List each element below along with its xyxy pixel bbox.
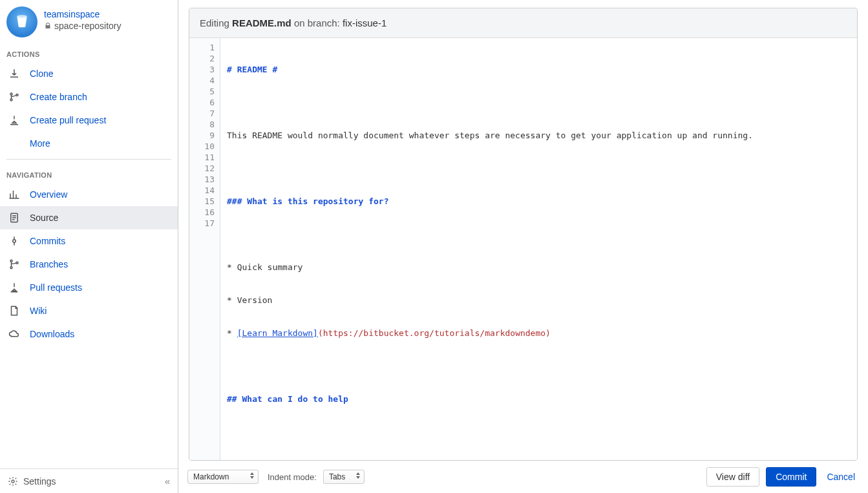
nav-source[interactable]: Source: [0, 206, 178, 229]
action-label: Create pull request: [30, 115, 106, 125]
indent-mode-value: Tabs: [329, 472, 345, 481]
line-number: 7: [189, 108, 215, 119]
project-name[interactable]: teamsinspace: [44, 9, 122, 19]
nav-overview[interactable]: Overview: [0, 183, 178, 206]
svg-point-6: [10, 260, 12, 262]
nav-wiki[interactable]: Wiki: [0, 299, 178, 322]
svg-point-7: [10, 267, 12, 269]
svg-point-9: [12, 480, 14, 483]
editor-header: Editing README.md on branch: fix-issue-1: [189, 8, 857, 38]
main: Editing README.md on branch: fix-issue-1…: [178, 0, 868, 493]
code-token: ### What is this repository for?: [227, 196, 388, 206]
branch-plus-icon: [8, 90, 21, 103]
line-number: 15: [189, 196, 215, 207]
repo-row: space-repository: [44, 21, 122, 31]
commit-button[interactable]: Commit: [766, 467, 816, 487]
settings-label: Settings: [23, 476, 56, 487]
editor-header-branch: fix-issue-1: [343, 17, 386, 28]
sidebar-header: teamsinspace space-repository: [0, 0, 178, 43]
project-avatar[interactable]: [6, 6, 37, 37]
svg-point-8: [16, 262, 18, 264]
page-icon: [8, 304, 21, 317]
code-token: * Version: [227, 295, 272, 305]
line-number: 13: [189, 174, 215, 185]
commit-icon: [8, 235, 21, 247]
code-token: ## What can I do to help: [227, 394, 348, 404]
svg-point-0: [17, 15, 26, 17]
svg-point-5: [13, 240, 16, 243]
repo-name: space-repository: [54, 21, 122, 31]
code-token: * Quick summary: [227, 262, 302, 272]
action-label: Create branch: [30, 92, 87, 102]
file-lines-icon: [8, 211, 21, 224]
project-info: teamsinspace space-repository: [44, 6, 122, 31]
line-number: 8: [189, 119, 215, 130]
branch-icon: [8, 258, 21, 271]
line-number: 10: [189, 141, 215, 152]
code-token: This README would normally document what…: [227, 131, 753, 140]
action-create-branch[interactable]: Create branch: [0, 85, 178, 109]
line-number: 2: [189, 53, 215, 64]
lock-icon: [44, 22, 52, 30]
nav-label: Downloads: [30, 329, 74, 339]
nav-label: Commits: [30, 236, 65, 246]
line-number-gutter: 1 2 3 4 5 6 7 8 9 10 11 12 13 14 15 16 1…: [189, 38, 220, 460]
indent-mode-select[interactable]: Tabs: [323, 470, 365, 484]
navigation-list: Overview Source Commits Branches Pull re…: [0, 183, 178, 346]
bucket-icon: [14, 14, 30, 30]
line-number: 16: [189, 207, 215, 218]
nav-label: Overview: [30, 189, 67, 200]
editor-header-prefix: Editing: [200, 17, 232, 28]
code-token: [Learn Markdown]: [237, 328, 318, 338]
svg-point-3: [16, 94, 18, 96]
editor-header-file: README.md: [232, 17, 291, 28]
nav-label: Pull requests: [30, 282, 82, 293]
nav-label: Wiki: [30, 306, 47, 316]
action-label: More: [30, 138, 50, 149]
actions-list: Clone Create branch Create pull request …: [0, 62, 178, 155]
line-number: 17: [189, 218, 215, 229]
line-number: 14: [189, 185, 215, 196]
syntax-select[interactable]: Markdown: [187, 470, 259, 484]
nav-downloads[interactable]: Downloads: [0, 322, 178, 346]
editor-body[interactable]: 1 2 3 4 5 6 7 8 9 10 11 12 13 14 15 16 1…: [189, 38, 857, 460]
nav-commits[interactable]: Commits: [0, 229, 178, 253]
line-number: 4: [189, 75, 215, 86]
nav-pull-requests[interactable]: Pull requests: [0, 276, 178, 299]
line-number: 5: [189, 86, 215, 97]
sidebar: teamsinspace space-repository ACTIONS Cl…: [0, 0, 178, 493]
divider: [6, 159, 171, 160]
line-number: 11: [189, 152, 215, 163]
settings-link[interactable]: Settings: [8, 476, 56, 487]
bottom-bar: Markdown Indent mode: Tabs View diff Com…: [178, 461, 868, 493]
pull-request-icon: [8, 281, 21, 294]
line-number: 3: [189, 64, 215, 75]
action-clone[interactable]: Clone: [0, 62, 178, 85]
svg-point-1: [10, 93, 12, 95]
code-token: *: [227, 328, 237, 338]
navigation-label: NAVIGATION: [0, 163, 178, 183]
line-number: 12: [189, 163, 215, 174]
collapse-sidebar-button[interactable]: «: [165, 476, 170, 487]
download-icon: [8, 67, 21, 80]
syntax-select-value: Markdown: [193, 472, 229, 481]
chart-icon: [8, 188, 21, 201]
action-create-pr[interactable]: Create pull request: [0, 109, 178, 132]
line-number: 1: [189, 42, 215, 53]
indent-mode-label: Indent mode:: [268, 472, 317, 482]
action-more[interactable]: More: [0, 132, 178, 155]
cancel-link[interactable]: Cancel: [823, 468, 859, 486]
editor-header-mid: on branch:: [291, 17, 343, 28]
actions-label: ACTIONS: [0, 43, 178, 62]
gear-icon: [8, 476, 18, 487]
action-label: Clone: [30, 68, 54, 79]
svg-point-2: [10, 99, 12, 101]
code-token: (https://bitbucket.org/tutorials/markdow…: [318, 328, 551, 338]
code-area[interactable]: # README # This README would normally do…: [220, 38, 857, 460]
view-diff-button[interactable]: View diff: [706, 467, 759, 487]
nav-branches[interactable]: Branches: [0, 253, 178, 276]
nav-label: Source: [30, 213, 58, 223]
line-number: 6: [189, 97, 215, 108]
code-token: # README #: [227, 65, 277, 74]
cloud-download-icon: [8, 328, 21, 341]
